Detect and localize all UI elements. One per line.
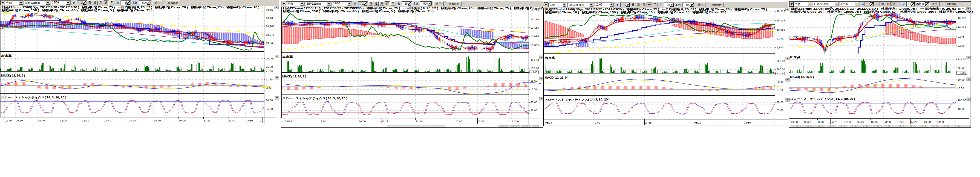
svg-text:03/29: 03/29: [910, 121, 918, 123]
svg-text:155.00: 155.00: [530, 67, 539, 69]
svg-text:16.50: 16.50: [530, 79, 538, 82]
svg-text:10,165: 10,165: [266, 8, 274, 11]
svg-text:03/30: 03/30: [246, 119, 253, 122]
svg-text:16:30: 16:30: [844, 121, 851, 123]
svg-text:17:20: 17:20: [129, 119, 136, 122]
svg-text:18:40: 18:40: [154, 119, 161, 122]
svg-text:03/30: 03/30: [937, 121, 944, 123]
svg-text:-4.50: -4.50: [266, 87, 272, 89]
svg-text:03/27: 03/27: [858, 121, 864, 123]
svg-text:16:30: 16:30: [818, 121, 824, 123]
svg-text:10,055: 10,055: [530, 44, 539, 47]
svg-text:16:30: 16:30: [897, 121, 904, 123]
svg-text:10,075: 10,075: [266, 34, 274, 36]
svg-text:300.00: 300.00: [776, 68, 785, 71]
svg-text:03/29: 03/29: [382, 120, 388, 123]
svg-text:-5.00: -5.00: [776, 89, 783, 92]
svg-text:01: 01: [260, 119, 263, 122]
svg-text:03/27: 03/27: [595, 121, 602, 124]
svg-text:75.00: 75.00: [266, 66, 273, 68]
svg-text:12:00: 12:00: [319, 120, 326, 123]
svg-text:× 100: × 100: [530, 71, 538, 74]
svg-text:03/30: 03/30: [744, 121, 751, 124]
svg-text:10,105: 10,105: [266, 25, 274, 27]
svg-text:03/29: 03/29: [694, 121, 701, 124]
svg-text:10,135: 10,135: [266, 17, 274, 19]
svg-text:03/24: 03/24: [831, 121, 838, 123]
svg-text:45.00: 45.00: [958, 66, 964, 69]
svg-text:20:00: 20:00: [455, 120, 462, 123]
svg-text:× 100: × 100: [776, 72, 784, 75]
svg-text:13:20: 13:20: [82, 119, 89, 122]
svg-text:1: 1: [954, 121, 956, 123]
svg-text:-5.00: -5.00: [958, 87, 964, 90]
svg-text:12:00: 12:00: [416, 120, 423, 123]
svg-text:9,975: 9,975: [776, 37, 784, 40]
svg-text:60.00: 60.00: [958, 78, 964, 81]
svg-text:16:30: 16:30: [924, 121, 931, 123]
svg-text:100.00: 100.00: [958, 99, 966, 101]
svg-text:35.00: 35.00: [776, 109, 784, 111]
svg-text:85.00: 85.00: [530, 101, 538, 104]
svg-text:09:20: 09:20: [16, 119, 23, 122]
svg-text:11.50: 11.50: [266, 78, 273, 81]
svg-text:10,215: 10,215: [776, 10, 785, 13]
svg-text:50.00: 50.00: [776, 80, 784, 84]
svg-text:02:40: 02:40: [5, 119, 12, 122]
svg-text:9,975: 9,975: [958, 35, 964, 38]
svg-text:03/28: 03/28: [884, 121, 891, 123]
svg-text:22:40: 22:40: [228, 119, 235, 122]
svg-text:125.00: 125.00: [958, 58, 966, 61]
svg-text:10,055: 10,055: [776, 28, 785, 31]
svg-text:9,900: 9,900: [776, 46, 784, 49]
svg-text:10,175: 10,175: [530, 18, 539, 20]
svg-text:40.00: 40.00: [958, 108, 964, 110]
svg-text:95.00: 95.00: [776, 101, 784, 104]
svg-text:16:30: 16:30: [871, 121, 878, 123]
svg-text:9,900: 9,900: [958, 44, 964, 47]
svg-text:03/28: 03/28: [644, 121, 651, 124]
svg-text:12:00: 12:00: [60, 119, 67, 122]
svg-text:10,045: 10,045: [266, 42, 274, 45]
svg-text:14:40: 14:40: [104, 119, 111, 122]
svg-text:10,135: 10,135: [776, 19, 785, 22]
svg-text:× 100: × 100: [266, 70, 273, 73]
svg-text:200.00: 200.00: [266, 57, 274, 60]
svg-text:12:00: 12:00: [512, 120, 519, 123]
svg-text:900.00: 900.00: [776, 60, 785, 63]
svg-text:10,055: 10,055: [958, 26, 966, 29]
svg-text:10,095: 10,095: [530, 35, 539, 38]
svg-text:10:40: 10:40: [38, 119, 45, 122]
svg-text:03/28: 03/28: [285, 120, 292, 123]
svg-text:03/23: 03/23: [804, 121, 811, 123]
svg-text:20:00: 20:00: [179, 119, 186, 122]
svg-text:20:00: 20:00: [359, 120, 366, 123]
svg-text:03/24: 03/24: [545, 121, 552, 124]
svg-text:× 1000: × 1000: [958, 71, 966, 74]
svg-text:-7.00: -7.00: [530, 88, 537, 91]
svg-text:35.00: 35.00: [266, 108, 273, 110]
svg-text:10,135: 10,135: [958, 17, 966, 19]
svg-text:10,135: 10,135: [530, 26, 539, 29]
svg-text:420.00: 420.00: [530, 58, 539, 61]
svg-text:16:30: 16:30: [791, 121, 798, 123]
svg-text:03/30: 03/30: [477, 120, 484, 123]
svg-text:35.00: 35.00: [530, 109, 538, 112]
svg-text:90.00: 90.00: [266, 99, 273, 101]
svg-text:21:20: 21:20: [204, 119, 210, 122]
